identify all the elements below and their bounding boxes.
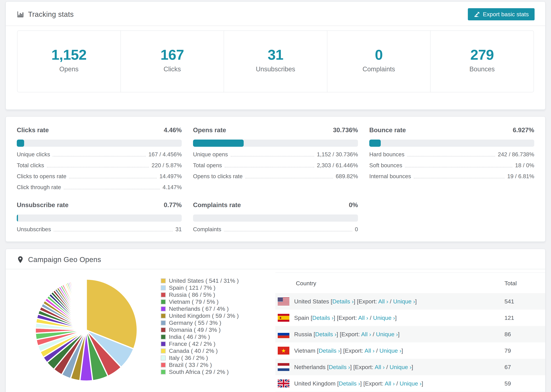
export-unique-link-united-states[interactable]: Unique › bbox=[393, 298, 415, 305]
rate-rows-bounce-rate: Hard bounces242 / 86.738%Soft bounces18 … bbox=[369, 151, 534, 180]
legend-label: South Africa ( 29 / 2% ) bbox=[169, 369, 229, 375]
export-unique-link-vietnam[interactable]: Unique › bbox=[379, 347, 402, 354]
export-label: Export: bbox=[339, 315, 358, 321]
rate-row-value: 1,152 / 30.736% bbox=[317, 151, 358, 158]
legend-item-russia: Russia ( 86 / 5% ) bbox=[161, 291, 250, 298]
legend-label: India ( 46 / 3% ) bbox=[169, 334, 210, 340]
details-link-united-kingdom[interactable]: Details › bbox=[339, 380, 360, 387]
punct: [ bbox=[327, 364, 329, 370]
dotted-leader bbox=[53, 156, 146, 156]
export-all-link-netherlands[interactable]: All › bbox=[375, 364, 385, 370]
rate-row-label: Unique opens bbox=[193, 151, 228, 158]
dotted-leader bbox=[47, 167, 149, 168]
progress-track-bounce-rate bbox=[369, 140, 534, 147]
punct: ] [ bbox=[334, 315, 339, 321]
punct: ] [ bbox=[354, 298, 359, 305]
export-unique-link-united-kingdom[interactable]: Unique › bbox=[400, 380, 422, 387]
rate-row-label: Unsubscribes bbox=[17, 226, 51, 233]
punct: ] bbox=[398, 331, 400, 337]
rate-row-value: 18 / 0% bbox=[515, 162, 534, 169]
tracking-stats-header: Tracking stats Export basic stats bbox=[6, 2, 545, 26]
geo-row-country-cell: United Kingdom [Details ›] [Export: All … bbox=[294, 375, 504, 392]
rate-row-total-opens: Total opens2,303 / 61.446% bbox=[193, 162, 358, 169]
rate-row-label: Total opens bbox=[193, 162, 222, 169]
legend-label: Canada ( 40 / 2% ) bbox=[169, 348, 218, 354]
stat-value-opens: 1,152 bbox=[17, 47, 120, 63]
geo-row-russia: Russia [Details ›] [Export: All › / Uniq… bbox=[275, 326, 545, 343]
legend-item-romania: Romania ( 49 / 3% ) bbox=[161, 326, 250, 333]
rate-head-bounce-rate: Bounce rate6.927% bbox=[369, 126, 534, 134]
dotted-leader bbox=[245, 178, 333, 178]
legend-swatch-canada bbox=[161, 348, 166, 354]
export-unique-link-russia[interactable]: Unique › bbox=[376, 331, 398, 337]
punct: [ bbox=[337, 380, 339, 387]
geo-row-flag-cell bbox=[275, 326, 294, 343]
legend-item-spain: Spain ( 121 / 7% ) bbox=[161, 284, 250, 291]
punct: / bbox=[374, 347, 379, 354]
rate-row-value: 14.497% bbox=[160, 173, 182, 180]
export-all-link-united-kingdom[interactable]: All › bbox=[385, 380, 395, 387]
geo-row-country-cell: Vietnam [Details ›] [Export: All › / Uni… bbox=[294, 343, 504, 359]
rate-row-value: 31 bbox=[175, 226, 182, 233]
export-icon bbox=[474, 11, 480, 18]
legend-item-south-africa: South Africa ( 29 / 2% ) bbox=[161, 368, 250, 375]
legend-label: Russia ( 86 / 5% ) bbox=[169, 291, 215, 298]
stat-box-complaints: 0Complaints bbox=[327, 31, 431, 92]
export-label: Export: bbox=[341, 331, 361, 337]
legend-label: Italy ( 36 / 2% ) bbox=[169, 355, 208, 361]
progress-fill-bounce-rate bbox=[369, 140, 381, 147]
geo-content: United States ( 541 / 31% )Spain ( 121 /… bbox=[6, 269, 545, 392]
legend-item-united-kingdom: United Kingdom ( 59 / 3% ) bbox=[161, 312, 250, 319]
rate-row-total-clicks: Total clicks220 / 5.87% bbox=[17, 162, 182, 169]
rate-title-label: Clicks rate bbox=[17, 126, 49, 134]
page-title: Tracking stats bbox=[28, 10, 74, 19]
dotted-leader bbox=[69, 178, 157, 178]
geo-col-country: Country bbox=[275, 273, 504, 293]
details-link-netherlands[interactable]: Details › bbox=[329, 364, 350, 370]
punct: / bbox=[395, 380, 400, 387]
rate-row-click-through-rate: Click through rate4.147% bbox=[17, 184, 182, 190]
export-all-link-united-states[interactable]: All › bbox=[378, 298, 388, 305]
stat-value-complaints: 0 bbox=[327, 47, 430, 63]
legend-item-netherlands: Netherlands ( 67 / 4% ) bbox=[161, 305, 250, 312]
stat-box-clicks: 167Clicks bbox=[121, 31, 224, 92]
geo-row-netherlands: Netherlands [Details ›] [Export: All › /… bbox=[275, 359, 545, 375]
dotted-leader bbox=[414, 178, 504, 178]
flag-ru bbox=[278, 330, 289, 338]
pie-slice-other[interactable] bbox=[86, 279, 86, 330]
country-name: United Kingdom bbox=[294, 380, 337, 387]
rate-row-internal-bounces: Internal bounces19 / 6.81% bbox=[369, 173, 534, 180]
export-label: Export: bbox=[355, 364, 374, 370]
punct: / bbox=[368, 315, 373, 321]
summary-stats-row: 1,152Opens167Clicks31Unsubscribes0Compla… bbox=[17, 30, 534, 92]
legend-item-vietnam: Vietnam ( 79 / 5% ) bbox=[161, 298, 250, 305]
rate-rows-complaints-rate: Complaints0 bbox=[193, 226, 358, 233]
legend-label: Brazil ( 33 / 2% ) bbox=[169, 362, 212, 368]
geo-row-flag-cell bbox=[275, 343, 294, 359]
rate-value-label: 4.46% bbox=[164, 126, 182, 134]
punct: [ bbox=[311, 315, 312, 321]
details-link-united-states[interactable]: Details › bbox=[332, 298, 354, 305]
legend-item-united-states: United States ( 541 / 31% ) bbox=[161, 277, 250, 284]
export-all-link-spain[interactable]: All › bbox=[358, 315, 368, 321]
export-unique-link-spain[interactable]: Unique › bbox=[373, 315, 395, 321]
geo-row-country-cell: Spain [Details ›] [Export: All › / Uniqu… bbox=[294, 309, 504, 326]
rates-card: Clicks rate4.46%Unique clicks167 / 4.456… bbox=[6, 116, 545, 242]
export-all-link-russia[interactable]: All › bbox=[361, 331, 371, 337]
rate-row-label: Hard bounces bbox=[369, 151, 404, 158]
rate-head-opens-rate: Opens rate30.736% bbox=[193, 126, 358, 134]
punct: / bbox=[371, 331, 376, 337]
summary-stats-wrap: 1,152Opens167Clicks31Unsubscribes0Compla… bbox=[6, 26, 545, 109]
rate-title-label: Complaints rate bbox=[193, 202, 241, 209]
export-all-link-vietnam[interactable]: All › bbox=[365, 347, 374, 354]
punct: ] bbox=[411, 364, 413, 370]
punct: ] bbox=[415, 298, 417, 305]
legend-swatch-united-kingdom bbox=[161, 313, 166, 318]
export-unique-link-netherlands[interactable]: Unique › bbox=[389, 364, 411, 370]
export-basic-stats-button[interactable]: Export basic stats bbox=[468, 8, 535, 20]
details-link-spain[interactable]: Details › bbox=[312, 315, 334, 321]
legend-label: Vietnam ( 79 / 5% ) bbox=[169, 298, 219, 305]
flag-gb bbox=[278, 379, 289, 387]
details-link-vietnam[interactable]: Details › bbox=[319, 347, 340, 354]
details-link-russia[interactable]: Details › bbox=[315, 331, 337, 337]
